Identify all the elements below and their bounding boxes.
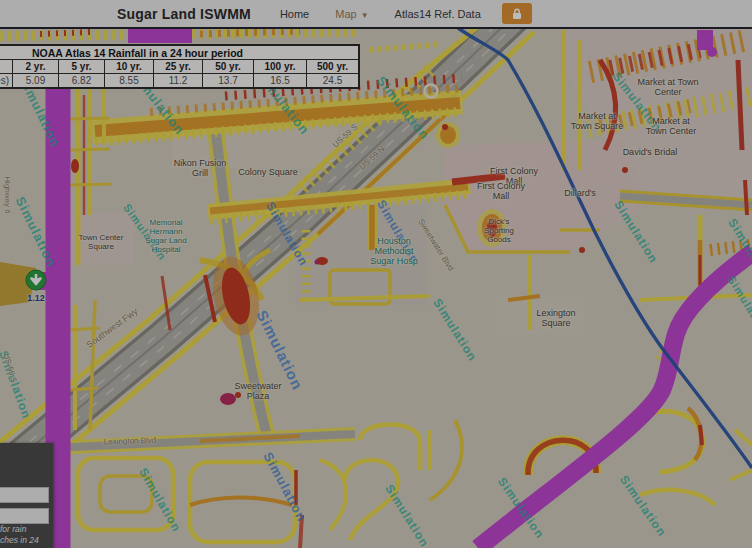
column-header: 25 yr. bbox=[154, 60, 203, 74]
rainfall-value: 6.82 bbox=[59, 74, 105, 89]
nav-item-map[interactable]: Map▼ bbox=[322, 8, 381, 20]
nav-item-home[interactable]: Home bbox=[267, 8, 322, 20]
map-place-label: Houston Methodist Sugar Hosp bbox=[370, 236, 418, 266]
left-cutoff-panel: for rain ches in 24 bbox=[0, 443, 53, 548]
map-place-label: First Colony Mall bbox=[477, 181, 525, 201]
panel-input-field[interactable] bbox=[0, 487, 49, 503]
marker-value: 1.12 bbox=[16, 293, 56, 303]
column-header: 2 yr. bbox=[13, 60, 59, 74]
rainfall-value: 11.2 bbox=[154, 74, 203, 89]
map-place-label: Market at Town Center bbox=[646, 116, 697, 136]
map-place-label: Colony Square bbox=[238, 167, 298, 177]
column-header: 5 yr. bbox=[59, 60, 105, 74]
map-place-label: Dillard's bbox=[564, 188, 596, 198]
map-place-label: Town Center Square bbox=[79, 234, 124, 252]
map-place-label: Memorial Hermann Sugar Land Hospital bbox=[145, 219, 186, 255]
column-header: 500 yr. bbox=[307, 60, 360, 74]
map-place-label: Sweetwater Plaza bbox=[234, 381, 281, 401]
map-place-label: Market at Town Center bbox=[638, 77, 699, 97]
rainfall-value: 24.5 bbox=[307, 74, 360, 89]
atlas14-rainfall-table: NOAA Atlas 14 Rainfall in a 24 hour peri… bbox=[0, 44, 360, 89]
rainfall-value: 8.55 bbox=[105, 74, 154, 89]
app-window: SimulationSimulationSimulationSimulation… bbox=[0, 0, 752, 548]
nav-item-atlas14-ref-data[interactable]: Atlas14 Ref. Data bbox=[382, 8, 494, 20]
panel-caption-line1: for rain bbox=[0, 524, 60, 534]
panel-input-field[interactable] bbox=[0, 508, 49, 524]
app-header: Sugar Land ISWMM HomeMap▼Atlas14 Ref. Da… bbox=[0, 0, 752, 29]
nav-menu: HomeMap▼Atlas14 Ref. Data bbox=[267, 8, 494, 20]
column-header: 100 yr. bbox=[254, 60, 307, 74]
lock-icon bbox=[511, 8, 523, 20]
table-corner-cell bbox=[0, 60, 13, 74]
road-label: Lexington Blvd bbox=[104, 436, 157, 447]
map-marker[interactable]: 1.12 bbox=[16, 269, 56, 303]
map-place-label: Market at Town Square bbox=[571, 111, 624, 131]
road-label: Highway 6 bbox=[3, 176, 12, 213]
chevron-down-icon: ▼ bbox=[361, 11, 369, 20]
table-title: NOAA Atlas 14 Rainfall in a 24 hour peri… bbox=[0, 45, 359, 60]
map-place-label: Lexington Square bbox=[536, 308, 575, 328]
rainfall-value: 13.7 bbox=[203, 74, 254, 89]
panel-caption-line2: ches in 24 bbox=[0, 535, 60, 545]
download-arrow-icon bbox=[25, 269, 47, 291]
row-label-inches: (inches) bbox=[0, 74, 13, 89]
map-place-label: David's Bridal bbox=[623, 147, 678, 157]
column-header: 10 yr. bbox=[105, 60, 154, 74]
rainfall-value: 16.5 bbox=[254, 74, 307, 89]
rainfall-value: 5.09 bbox=[13, 74, 59, 89]
app-title: Sugar Land ISWMM bbox=[117, 6, 251, 22]
map-place-label: Nikon Fusion Grill bbox=[174, 158, 227, 178]
lock-button[interactable] bbox=[502, 3, 532, 24]
column-header: 50 yr. bbox=[203, 60, 254, 74]
map-place-label: Dick's Sporting Goods bbox=[484, 218, 514, 245]
